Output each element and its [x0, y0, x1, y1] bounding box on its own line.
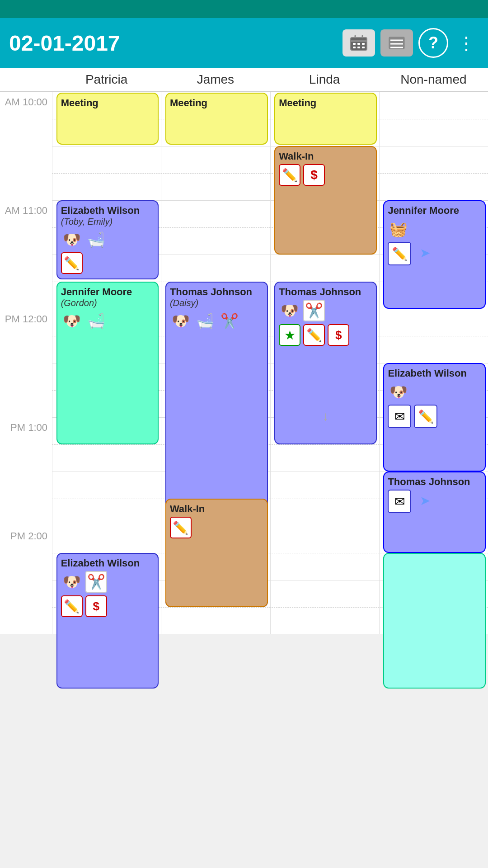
dog-icon-5: 🐶 — [388, 381, 409, 403]
column-headers: Patricia James Linda Non-named — [0, 68, 488, 92]
walkin-james-edit-btn[interactable]: ✏️ — [170, 517, 192, 538]
list-view-button[interactable] — [380, 29, 413, 57]
dog-icon-1: 🐶 — [61, 229, 83, 250]
help-icon: ? — [428, 33, 438, 52]
elizabeth-wilson-non[interactable]: Elizabeth Wilson 🐶 ✉ ✏️ — [383, 363, 486, 472]
jennifer-non-name: Jennifer Moore — [388, 205, 481, 217]
scissors-icon-1: ✂️ — [219, 310, 240, 332]
walkin-james[interactable]: Walk-In ✏️ — [165, 499, 268, 607]
thomas-johnson-non[interactable]: Thomas Johnson ✉ ➤ — [383, 472, 486, 553]
thomas-linda-arrow: ↓ — [279, 409, 372, 424]
header-date: 02-01-2017 — [9, 31, 120, 56]
time-1000: AM 10:00 — [0, 92, 52, 200]
thomas-james-pets: (Daisy) — [170, 298, 263, 308]
calendar-container: Patricia James Linda Non-named AM 10:00 … — [0, 68, 488, 634]
elizabeth-patricia-icons: 🐶 🛁 — [61, 229, 155, 250]
time-labels: AM 10:00 AM 11:00 PM 12:00 PM 1:00 PM 2:… — [0, 92, 52, 634]
time-1400: PM 2:00 — [0, 526, 52, 634]
elizabeth-wilson-patricia[interactable]: Elizabeth Wilson (Toby, Emily) 🐶 🛁 ✏️ — [56, 200, 159, 279]
bath-icon-2: 🛁 — [85, 310, 107, 332]
status-bar — [0, 0, 488, 18]
elizabeth-patricia2-name: Elizabeth Wilson — [61, 557, 155, 569]
meeting-patricia-title: Meeting — [61, 97, 155, 109]
svg-rect-5 — [357, 43, 360, 45]
basket-icon: 🧺 — [388, 218, 409, 240]
thomas-non-name: Thomas Johnson — [388, 476, 481, 488]
time-label-1400: PM 2:00 — [10, 530, 47, 542]
thomas-non-btns: ✉ ➤ — [388, 490, 481, 513]
svg-rect-9 — [362, 47, 365, 48]
time-label-1300: PM 1:00 — [10, 422, 47, 434]
thomas-james-icons: 🐶 🛁 ✂️ — [170, 310, 263, 332]
calendar-view-button[interactable] — [343, 29, 375, 57]
teal-non-block — [383, 553, 486, 689]
jennifer-non-edit-btn[interactable]: ✏️ — [388, 242, 411, 265]
thomas-linda-icons: 🐶 ✂️ — [279, 300, 372, 321]
meeting-linda-title: Meeting — [279, 97, 372, 109]
dog-icon-6: 🐶 — [61, 571, 83, 593]
scissors-icon-3: ✂️ — [85, 571, 107, 593]
thomas-non-email-btn[interactable]: ✉ — [388, 490, 411, 513]
meeting-linda[interactable]: Meeting — [274, 93, 377, 145]
thomas-linda-star-btn[interactable]: ★ — [279, 324, 300, 346]
walkin-linda-icons: ✏️ $ — [279, 164, 372, 186]
time-grid: AM 10:00 AM 11:00 PM 12:00 PM 1:00 PM 2:… — [0, 92, 488, 634]
thomas-linda-name: Thomas Johnson — [279, 286, 372, 298]
jennifer-moore-non[interactable]: Jennifer Moore 🧺 ✏️ ➤ — [383, 200, 486, 309]
scissors-icon-2: ✂️ — [303, 300, 325, 321]
meeting-james[interactable]: Meeting — [165, 93, 268, 145]
walkin-james-icons: ✏️ — [170, 517, 263, 538]
jennifer-patricia-name: Jennifer Moore — [61, 286, 155, 298]
elizabeth-patricia2-icons: 🐶 ✂️ — [61, 571, 155, 593]
meeting-patricia[interactable]: Meeting — [56, 93, 159, 145]
walkin-linda-edit-btn[interactable]: ✏️ — [279, 164, 300, 186]
col-header-james: James — [161, 72, 270, 87]
svg-rect-7 — [353, 47, 356, 48]
svg-rect-4 — [353, 43, 356, 45]
elizabeth-non-edit-btn[interactable]: ✏️ — [414, 405, 437, 428]
dog-icon-3: 🐶 — [170, 310, 192, 332]
jennifer-patricia-pets: (Gordon) — [61, 298, 155, 308]
elizabeth-patricia2-btns: ✏️ $ — [61, 595, 155, 617]
walkin-linda-dollar-btn[interactable]: $ — [303, 164, 325, 186]
elizabeth-non-icons: 🐶 — [388, 381, 481, 403]
dog-icon-4: 🐶 — [279, 300, 300, 321]
svg-rect-8 — [357, 47, 360, 48]
elizabeth-non-btns: ✉ ✏️ — [388, 405, 481, 428]
walkin-linda[interactable]: Walk-In ✏️ $ — [274, 146, 377, 255]
thomas-linda-dollar-btn[interactable]: $ — [328, 324, 349, 346]
more-menu-button[interactable]: ⋮ — [454, 33, 479, 53]
col-header-linda: Linda — [270, 72, 379, 87]
elizabeth-patricia2-dollar-btn[interactable]: $ — [85, 595, 107, 617]
thomas-non-send-btn[interactable]: ➤ — [414, 490, 436, 511]
time-label-1200: PM 12:00 — [5, 313, 47, 325]
meeting-james-title: Meeting — [170, 97, 263, 109]
thomas-linda-btns: ★ ✏️ $ — [279, 324, 372, 346]
jennifer-moore-patricia[interactable]: Jennifer Moore (Gordon) 🐶 🛁 — [56, 282, 159, 444]
hline-1130 — [52, 173, 488, 174]
hline-1100 — [52, 146, 488, 146]
elizabeth-non-email-btn[interactable]: ✉ — [388, 405, 411, 428]
thomas-johnson-linda[interactable]: Thomas Johnson 🐶 ✂️ ★ ✏️ $ ↓ — [274, 282, 377, 444]
col-header-non-named: Non-named — [379, 72, 488, 87]
dog-icon-2: 🐶 — [61, 310, 83, 332]
elizabeth-patricia-edit-btn[interactable]: ✏️ — [61, 252, 83, 274]
elizabeth-patricia-btns: ✏️ — [61, 252, 155, 274]
elizabeth-patricia-name: Elizabeth Wilson — [61, 205, 155, 217]
walkin-linda-title: Walk-In — [279, 151, 372, 162]
time-label-1100: AM 11:00 — [5, 205, 47, 217]
elizabeth-wilson-patricia-2[interactable]: Elizabeth Wilson 🐶 ✂️ ✏️ $ — [56, 553, 159, 689]
bath-icon-3: 🛁 — [194, 310, 216, 332]
jennifer-non-send-btn[interactable]: ➤ — [414, 242, 436, 264]
thomas-linda-edit-btn[interactable]: ✏️ — [303, 324, 325, 346]
walkin-james-title: Walk-In — [170, 503, 263, 515]
jennifer-non-btns: ✏️ ➤ — [388, 242, 481, 265]
time-1100: AM 11:00 — [0, 200, 52, 309]
app-header: 02-01-2017 ? — [0, 18, 488, 68]
elizabeth-patricia2-edit-btn[interactable]: ✏️ — [61, 595, 83, 617]
appointments-grid: Meeting Meeting Meeting Walk-In ✏️ $ Eli… — [52, 92, 488, 634]
svg-rect-1 — [351, 40, 367, 42]
jennifer-non-icons: 🧺 — [388, 218, 481, 240]
time-1200: PM 12:00 — [0, 309, 52, 417]
help-button[interactable]: ? — [418, 28, 448, 58]
